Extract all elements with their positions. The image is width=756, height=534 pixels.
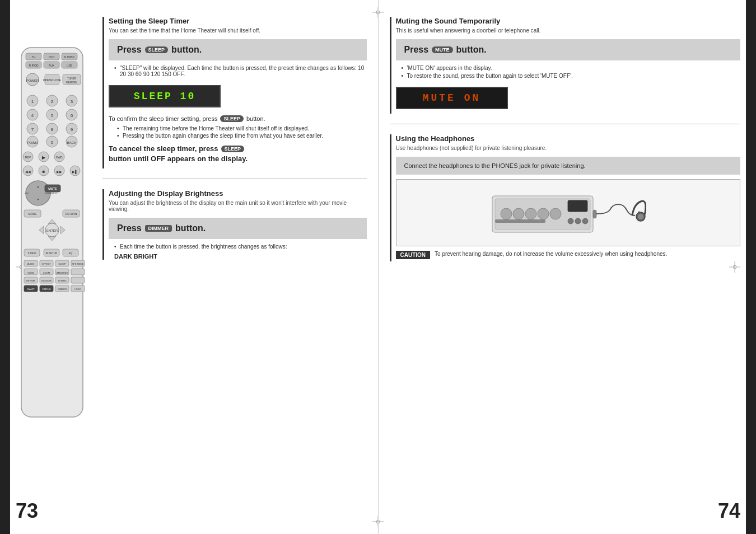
svg-point-132 xyxy=(568,218,573,224)
svg-text:4: 4 xyxy=(31,113,34,118)
svg-text:DIMMER: DIMMER xyxy=(58,288,67,291)
mute-bullet-list: 'MUTE ON' appears in the display. To res… xyxy=(402,65,741,79)
confirm-text-before: To confirm the sleep timer setting, pres… xyxy=(109,115,217,122)
mute-section: Muting the Sound Temporarily This is use… xyxy=(390,17,741,114)
svg-rect-135 xyxy=(593,210,596,218)
svg-text:RETURN: RETURN xyxy=(66,212,77,216)
svg-text:DVD: DVD xyxy=(49,55,55,59)
sleep-lcd-display: SLEEP 10 xyxy=(109,85,221,107)
mute-content: Muting the Sound Temporarily This is use… xyxy=(396,17,741,114)
mute-bullet-2: To restore the sound, press the button a… xyxy=(402,73,741,79)
svg-text:6: 6 xyxy=(71,113,73,118)
left-main-content: Setting the Sleep Timer You can set the … xyxy=(102,17,367,260)
headphones-content: Using the Headphones Use headphones (not… xyxy=(396,134,741,261)
sleep-button-word: button. xyxy=(171,45,202,55)
sleep-timer-content: Setting the Sleep Timer You can set the … xyxy=(109,17,367,168)
svg-point-125 xyxy=(501,208,512,219)
remote-area: TV DVD D.IN/BD R.IPOD AUX USB POWER OPEN… xyxy=(16,45,94,500)
right-divider xyxy=(390,124,741,124)
svg-text:BAND/RDS: BAND/RDS xyxy=(57,271,68,274)
headphones-connect-box: Connect the headphones to the PHONES jac… xyxy=(396,157,741,175)
right-bar xyxy=(746,0,756,534)
dimmer-section: Adjusting the Display Brightness You can… xyxy=(102,189,367,260)
svg-point-126 xyxy=(513,208,524,219)
sleep-press-word: Press xyxy=(117,45,142,55)
svg-point-128 xyxy=(538,208,549,219)
svg-text:▶▌: ▶▌ xyxy=(72,170,77,174)
sleep-timer-bar xyxy=(102,17,104,168)
mute-press-word: Press xyxy=(404,45,429,55)
svg-text:BACK: BACK xyxy=(67,141,76,144)
svg-rect-111 xyxy=(71,277,85,283)
dimmer-title: Adjusting the Display Brightness xyxy=(109,189,367,198)
dimmer-button-img: DIMMER xyxy=(145,225,172,232)
svg-text:■: ■ xyxy=(43,169,45,174)
mute-press-instruction: Press MUTE button. xyxy=(396,39,741,60)
dimmer-subtitle: You can adjust the brightness of the dis… xyxy=(109,200,367,212)
svg-text:◀◀: ◀◀ xyxy=(25,170,31,174)
svg-text:TUNING: TUNING xyxy=(58,279,66,282)
caution-label: CAUTION xyxy=(396,251,431,259)
svg-text:ZOOM: ZOOM xyxy=(43,271,50,274)
confirm-sub-bullets: The remaining time before the Home Theat… xyxy=(117,125,367,139)
svg-text:FWD: FWD xyxy=(56,156,63,159)
headphones-title: Using the Headphones xyxy=(396,134,741,143)
svg-text:MUTE: MUTE xyxy=(48,187,57,190)
svg-point-129 xyxy=(550,208,561,219)
brightness-values: DARK BRIGHT xyxy=(114,253,367,260)
headphones-connect-text: Connect the headphones to the PHONES jac… xyxy=(404,162,586,169)
svg-rect-104 xyxy=(71,269,85,275)
mute-button-word: button. xyxy=(456,45,487,55)
dimmer-bullet-1: Each time the button is pressed, the bri… xyxy=(114,243,367,250)
svg-text:VOL: VOL xyxy=(25,192,30,195)
headphones-section: Using the Headphones Use headphones (not… xyxy=(390,134,741,261)
svg-text:3: 3 xyxy=(71,99,73,104)
dimmer-button-word: button. xyxy=(175,223,206,233)
svg-text:SLOW: SLOW xyxy=(27,271,34,274)
svg-text:IN.SETUP: IN.SETUP xyxy=(46,252,58,255)
svg-text:REPEAT: REPEAT xyxy=(26,279,35,282)
mute-bullet-1: 'MUTE ON' appears in the display. xyxy=(402,65,741,71)
svg-text:▲: ▲ xyxy=(37,185,40,188)
svg-text:POWER: POWER xyxy=(26,79,39,82)
svg-text:SMART: SMART xyxy=(27,288,35,291)
mute-button-img: MUTE xyxy=(432,46,453,53)
confirm-text-after: button. xyxy=(246,115,265,122)
dimmer-press-instruction: Press DIMMER button. xyxy=(109,218,367,239)
mute-title: Muting the Sound Temporarily xyxy=(396,17,741,25)
svg-text:PDWN: PDWN xyxy=(27,141,38,144)
svg-text:LOGO: LOGO xyxy=(74,288,81,291)
content-area: TV DVD D.IN/BD R.IPOD AUX USB POWER OPEN… xyxy=(10,0,746,534)
confirm-bullet-2: Pressing the button again changes the sl… xyxy=(117,133,367,139)
svg-text:SLEEP: SLEEP xyxy=(59,263,66,265)
svg-text:9: 9 xyxy=(71,127,73,132)
svg-text:8: 8 xyxy=(51,127,54,132)
svg-text:USB: USB xyxy=(67,64,73,67)
confirm-bullet-1: The remaining time before the Home Theat… xyxy=(117,125,367,132)
sleep-press-instruction: Press SLEEP button. xyxy=(109,39,367,60)
left-page: TV DVD D.IN/BD R.IPOD AUX USB POWER OPEN… xyxy=(10,0,379,534)
svg-rect-130 xyxy=(568,200,587,212)
headphones-bar xyxy=(390,134,391,261)
page-number-left: 73 xyxy=(16,499,38,523)
svg-text:▶: ▶ xyxy=(42,155,46,160)
svg-text:▼: ▼ xyxy=(37,198,40,201)
svg-text:TUNING/CH: TUNING/CH xyxy=(44,192,57,195)
sleep-cancel-line: To cancel the sleep timer, press SLEEP b… xyxy=(109,144,367,163)
svg-point-127 xyxy=(525,208,536,219)
svg-text:MODE: MODE xyxy=(29,212,38,216)
svg-text:1: 1 xyxy=(31,99,34,104)
svg-text:R.IPOD: R.IPOD xyxy=(29,64,39,67)
dimmer-content: Adjusting the Display Brightness You can… xyxy=(109,189,367,260)
svg-text:▶▶: ▶▶ xyxy=(57,170,62,174)
headphone-illustration xyxy=(396,179,741,246)
svg-text:5: 5 xyxy=(51,113,54,118)
svg-rect-131 xyxy=(495,219,545,223)
dimmer-press-word: Press xyxy=(117,223,142,233)
svg-point-133 xyxy=(575,218,581,224)
svg-text:S.INFO: S.INFO xyxy=(27,252,36,255)
dimmer-bar xyxy=(102,189,104,260)
svg-text:EQ: EQ xyxy=(69,252,73,255)
svg-text:REV: REV xyxy=(25,156,31,159)
svg-text:TUNER: TUNER xyxy=(67,77,76,80)
